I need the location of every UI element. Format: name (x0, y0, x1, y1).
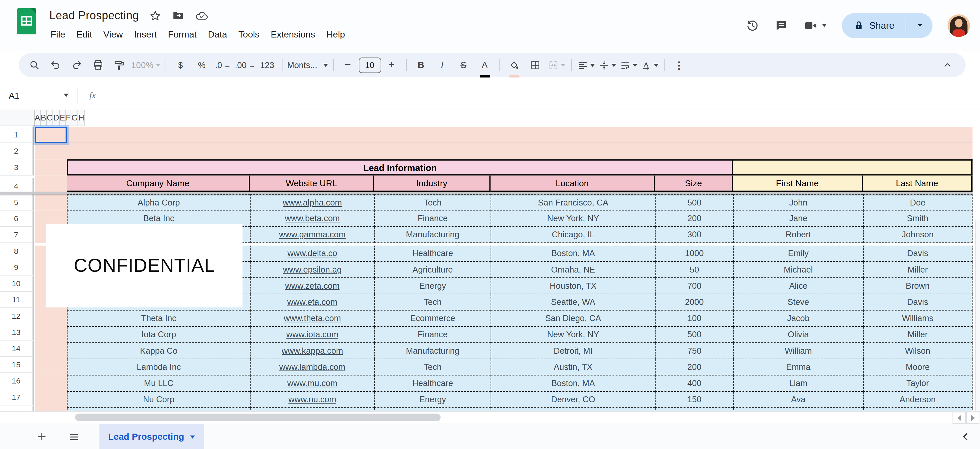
cell-website-link[interactable]: www.delta.co (250, 246, 374, 262)
table-row[interactable]: Alpha Corp www.alpha.com Tech San Franci… (35, 194, 972, 210)
cell-company[interactable]: Alpha Corp (67, 194, 250, 210)
cell-last-name[interactable]: Davis (863, 294, 972, 311)
bold-button[interactable]: B (412, 56, 430, 74)
cell-last-name[interactable]: Brown (863, 278, 972, 294)
cell-last-name[interactable]: Taylor (863, 376, 972, 392)
column-header[interactable]: H (78, 110, 85, 125)
cell-industry[interactable]: Finance (374, 211, 491, 227)
header-first-name[interactable]: First Name (733, 176, 863, 192)
cell-location[interactable]: Houston, TX (490, 278, 655, 294)
cell-last-name[interactable]: Doe (863, 194, 972, 210)
sheets-logo-icon[interactable] (17, 8, 36, 35)
cell-website-link[interactable]: www.gamma.com (250, 227, 374, 243)
cell-industry[interactable]: Tech (374, 408, 491, 411)
fill-color-button[interactable] (504, 56, 523, 74)
row-header[interactable]: 1 (0, 127, 33, 143)
format-percent-button[interactable]: % (192, 56, 211, 74)
cell-company[interactable]: Iota Corp (67, 327, 250, 343)
table-row[interactable]: Nu Corp www.nu.com Energy Denver, CO 150… (35, 392, 972, 408)
cell-website-link[interactable]: www.alpha.com (250, 194, 374, 210)
formula-input[interactable] (95, 82, 980, 109)
all-sheets-button[interactable] (69, 432, 80, 442)
name-box[interactable]: A1 (0, 90, 69, 100)
text-wrap-button[interactable] (619, 56, 638, 74)
avatar[interactable] (948, 14, 970, 37)
cell-website-link[interactable]: www.iota.com (250, 327, 374, 343)
cell-website-link[interactable]: www.beta.com (250, 211, 374, 227)
search-menus-button[interactable] (25, 56, 44, 74)
cell-location[interactable]: Salt Lake City, UT (490, 408, 655, 411)
row-header[interactable]: 9 (0, 259, 33, 275)
cell-industry[interactable]: Healthcare (374, 376, 491, 392)
row-header[interactable]: 14 (0, 341, 33, 357)
cell-location[interactable]: Omaha, NE (490, 262, 655, 278)
row2-band[interactable] (67, 143, 972, 159)
cell-website-link[interactable]: www.zeta.com (250, 278, 374, 294)
cell-first-name[interactable]: Steve (733, 294, 863, 311)
cell-industry[interactable]: Tech (374, 359, 491, 376)
row-header[interactable]: 15 (0, 357, 33, 373)
cell-size[interactable]: 500 (655, 194, 733, 210)
cell-industry[interactable]: Manufacturing (374, 227, 491, 243)
column-header[interactable]: G (72, 110, 78, 125)
text-rotation-button[interactable] (640, 56, 659, 74)
add-sheet-button[interactable] (36, 431, 48, 442)
text-color-button[interactable]: A (476, 56, 494, 74)
header-location[interactable]: Location (490, 176, 655, 192)
font-selector[interactable]: Monts... (287, 56, 328, 74)
cell-location[interactable]: Detroit, MI (490, 343, 655, 359)
font-size-input[interactable]: 10 (358, 57, 381, 73)
cell-first-name[interactable]: James (733, 408, 863, 411)
document-title[interactable]: Lead Prospecting (49, 9, 139, 22)
row-peach-cell[interactable] (35, 392, 67, 408)
cell-industry[interactable]: Tech (374, 194, 491, 210)
row-peach-cell[interactable] (35, 376, 67, 392)
cell-size[interactable]: 100 (655, 311, 733, 327)
cell-last-name[interactable]: Thomas (863, 408, 972, 411)
cell-size[interactable]: 300 (655, 227, 733, 243)
row-header[interactable]: 8 (0, 243, 33, 259)
cell-last-name[interactable]: Davis (863, 246, 972, 262)
horizontal-scrollbar-thumb[interactable] (75, 414, 441, 421)
table-row[interactable]: Mu LLC www.mu.com Healthcare Boston, MA … (35, 376, 972, 392)
paint-format-button[interactable] (110, 56, 129, 74)
cell-industry[interactable]: Tech (374, 294, 491, 311)
menu-insert[interactable]: Insert (129, 27, 162, 41)
table-row[interactable]: Iota Corp www.iota.com Finance New York,… (35, 327, 972, 343)
comments-icon[interactable] (775, 19, 788, 32)
cell-first-name[interactable]: Jane (733, 211, 863, 227)
header-last-name[interactable]: Last Name (863, 176, 972, 192)
cell-company[interactable]: Nu Corp (67, 392, 250, 408)
cell-website-link[interactable]: www.epsilon.ag (250, 262, 374, 278)
table-row[interactable]: Theta Inc www.theta.com Ecommerce San Di… (35, 311, 972, 327)
row-peach-cell[interactable] (35, 311, 67, 327)
cloud-status-icon[interactable] (195, 9, 208, 22)
cell-website-link[interactable]: www.theta.com (250, 311, 374, 327)
italic-button[interactable]: I (433, 56, 452, 74)
cell-size[interactable]: 750 (655, 343, 733, 359)
cell-location[interactable]: Boston, MA (490, 376, 655, 392)
cell-location[interactable]: Austin, TX (490, 359, 655, 376)
cell-first-name[interactable]: Emily (733, 246, 863, 262)
cell-company[interactable]: Lambda Inc (67, 359, 250, 376)
column-header[interactable]: F (66, 110, 72, 125)
increase-decimal-button[interactable]: .00→ (235, 56, 255, 74)
cell-size[interactable]: 150 (655, 392, 733, 408)
group-header-yellow-cell[interactable] (733, 159, 972, 175)
decrease-decimal-button[interactable]: .0← (213, 56, 232, 74)
cell-website-link[interactable]: www.eta.com (250, 294, 374, 311)
menu-view[interactable]: View (98, 27, 129, 41)
row-peach-cell[interactable] (35, 194, 67, 210)
cell-last-name[interactable]: Smith (863, 211, 972, 227)
header-website-url[interactable]: Website URL (250, 176, 374, 192)
cell-company[interactable]: Xi Co (67, 408, 250, 411)
row-header[interactable]: 7 (0, 227, 33, 243)
cell-industry[interactable]: Energy (374, 278, 491, 294)
more-toolbar-button[interactable]: ⋮ (670, 56, 688, 74)
grid-row-4[interactable]: Company Name Website URL Industry Locati… (35, 176, 972, 192)
move-folder-icon[interactable] (172, 9, 185, 22)
cell-company[interactable]: Mu LLC (67, 376, 250, 392)
cell-size[interactable]: 700 (655, 278, 733, 294)
cell-size[interactable]: 500 (655, 327, 733, 343)
row-peach-cell[interactable] (35, 359, 67, 376)
